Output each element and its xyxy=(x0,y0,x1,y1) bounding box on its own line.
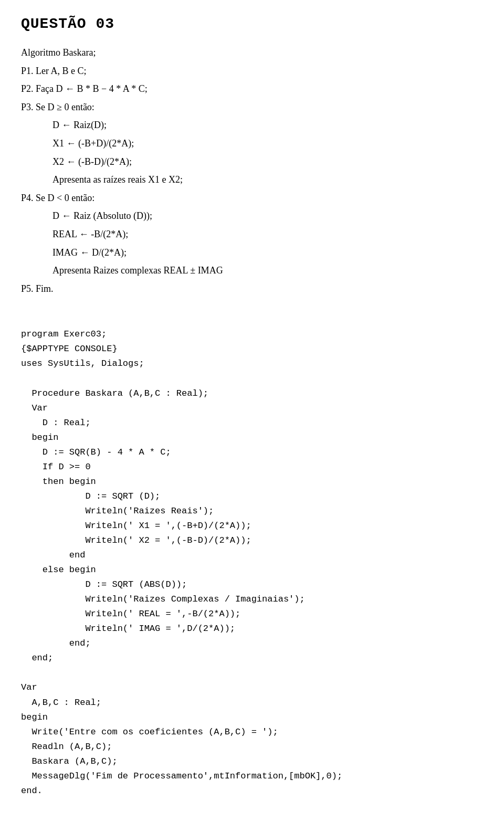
code-line-30: Baskara (A,B,C); xyxy=(21,756,118,766)
code-line-2: {$APPTYPE CONSOLE} xyxy=(21,344,118,354)
code-line-21: Writeln(' IMAG = ',D/(2*A)); xyxy=(21,624,235,634)
code-line-20: Writeln(' REAL = ',-B/(2*A)); xyxy=(21,609,240,619)
code-line-3: uses SysUtils, Dialogs; xyxy=(21,359,144,368)
code-line-28: Write('Entre com os coeficientes (A,B,C)… xyxy=(21,727,278,737)
code-line-22: end; xyxy=(21,638,91,648)
code-line-10: If D >= 0 xyxy=(21,462,91,472)
code-line-17: else begin xyxy=(21,565,96,575)
code-line-5: Procedure Baskara (A,B,C : Real); xyxy=(21,388,208,398)
code-line-14: Writeln(' X1 = ',(-B+D)/(2*A)); xyxy=(21,521,251,531)
code-block: program Exerc03; {$APPTYPE CONSOLE} uses… xyxy=(21,312,483,798)
code-line-13: Writeln('Raizes Reais'); xyxy=(21,506,214,516)
code-line-24 xyxy=(21,668,26,678)
algo-header: Algoritmo Baskara; xyxy=(21,45,483,61)
code-line-32: end. xyxy=(21,786,43,796)
code-line-31: MessageDlg('Fim de Processamento',mtInfo… xyxy=(21,771,342,781)
algo-p3-apresenta: Apresenta as raízes reais X1 e X2; xyxy=(52,172,483,188)
code-line-7: D : Real; xyxy=(21,418,91,428)
code-line-4 xyxy=(21,374,26,384)
algo-p4-real: REAL ← -B/(2*A); xyxy=(52,226,483,243)
algorithm-section: Algoritmo Baskara; P1. Ler A, B e C; P2.… xyxy=(21,45,483,297)
algo-p3-d: D ← Raiz(D); xyxy=(52,117,483,133)
code-line-23: end; xyxy=(21,653,53,663)
algo-p4-apresenta: Apresenta Raizes complexas REAL ± IMAG xyxy=(52,262,483,279)
code-line-15: Writeln(' X2 = ',(-B-D)/(2*A)); xyxy=(21,535,251,545)
algo-p2: P2. Faça D ← B * B − 4 * A * C; xyxy=(21,81,483,97)
code-line-1: program Exerc03; xyxy=(21,329,107,339)
code-line-19: Writeln('Raizes Complexas / Imaginaias')… xyxy=(21,594,305,604)
code-line-9: D := SQR(B) - 4 * A * C; xyxy=(21,447,171,457)
code-line-11: then begin xyxy=(21,477,96,487)
code-line-25: Var xyxy=(21,682,37,692)
algo-p3-x1: X1 ← (-B+D)/(2*A); xyxy=(52,135,483,152)
algo-p4-d: D ← Raiz (Absoluto (D)); xyxy=(52,208,483,224)
code-line-26: A,B,C : Real; xyxy=(21,698,101,708)
code-line-16: end xyxy=(21,550,85,560)
algo-p3: P3. Se D ≥ 0 então: xyxy=(21,99,483,115)
algo-p5: P5. Fim. xyxy=(21,281,483,297)
code-line-29: Readln (A,B,C); xyxy=(21,742,112,752)
algo-p4-imag: IMAG ← D/(2*A); xyxy=(52,245,483,261)
algo-p3-x2: X2 ← (-B-D)/(2*A); xyxy=(52,154,483,170)
page-title: QUESTÃO 03 xyxy=(21,16,483,32)
code-line-27: begin xyxy=(21,712,48,722)
code-line-18: D := SQRT (ABS(D)); xyxy=(21,579,187,589)
algo-p1: P1. Ler A, B e C; xyxy=(21,63,483,79)
code-line-8: begin xyxy=(21,433,58,442)
code-line-12: D := SQRT (D); xyxy=(21,491,160,501)
code-line-6: Var xyxy=(21,403,48,413)
algo-p4: P4. Se D < 0 então: xyxy=(21,190,483,206)
